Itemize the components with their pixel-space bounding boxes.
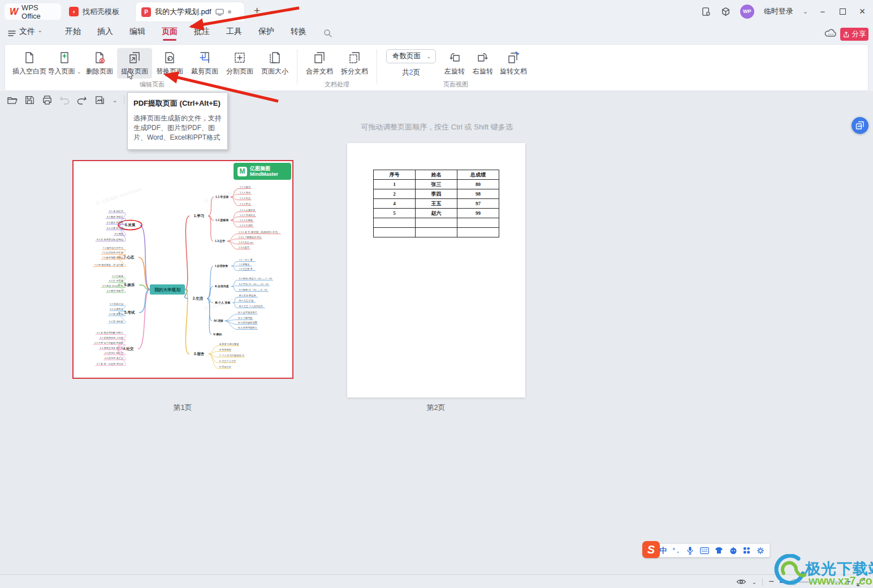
maximize-button[interactable] [837, 7, 848, 16]
page-filter-select[interactable]: 奇数页面 ⌄ [386, 49, 436, 63]
ribbon-divider [377, 49, 377, 84]
tab-docer-label: 找稻壳模板 [83, 7, 119, 17]
group-label-edit-pages: 编辑页面 [140, 80, 165, 89]
ime-bot-icon[interactable] [729, 547, 737, 555]
group-label-page-view: 页面视图 [443, 80, 468, 89]
wps-home-tab[interactable]: W WPS Office [5, 3, 61, 20]
account-chevron-icon[interactable]: ⌄ [803, 8, 808, 15]
redo-icon[interactable] [76, 94, 88, 106]
svg-text:1.1.2.笔记: 1.1.2.笔记 [240, 191, 251, 194]
svg-text:4.2.反映值得他 人信息: 4.2.反映值得他 人信息 [100, 336, 123, 340]
ribbon-group-doc-processing: 合并文档 拆分文档 文档处理 [302, 48, 372, 90]
page-size-button[interactable]: 页面大小 [257, 48, 292, 79]
cloud-more-icon[interactable] [824, 28, 838, 38]
import-pages-button[interactable]: 导入页面 ⌄ [47, 48, 82, 79]
quickbar-chevron-icon[interactable]: ⌄ [111, 94, 119, 106]
svg-text:Ⅳ.理财: Ⅳ.理财 [214, 319, 223, 323]
search-icon[interactable] [323, 29, 332, 38]
view-mode-chevron-icon[interactable]: ⌄ [752, 579, 757, 585]
extract-pages-tooltip: PDF提取页面 (Ctrl+Alt+E) 选择页面生成新的文件，支持生成PDF、… [127, 92, 228, 150]
ime-settings-icon[interactable] [757, 547, 764, 555]
table-cell: 2 [374, 189, 416, 199]
file-chevron-icon[interactable]: ⌄ [37, 27, 42, 34]
table-cell: 张三 [416, 180, 457, 189]
view-mode-eye-icon[interactable] [736, 578, 746, 586]
minimize-button[interactable]: − [818, 7, 828, 16]
undo-icon[interactable] [58, 94, 71, 106]
svg-text:1.3.自学: 1.3.自学 [215, 239, 225, 243]
table-cell [457, 228, 499, 237]
rotate-right-button[interactable]: 右旋转 [469, 48, 497, 79]
menu-file[interactable]: 文件 [19, 27, 35, 37]
page-to-image-icon [855, 121, 865, 130]
crop-pages-button[interactable]: 裁剪页面 [187, 48, 222, 79]
svg-text:1.3.4.练字: 1.3.4.练字 [239, 246, 250, 249]
table-header-cell: 总成绩 [457, 170, 499, 180]
hamburger-icon[interactable] [8, 30, 16, 37]
account-avatar[interactable]: WP [740, 5, 754, 19]
pdf-file-icon: P [141, 7, 151, 17]
ime-mode-icon[interactable]: 中 [659, 546, 667, 556]
rotate-left-icon [448, 51, 461, 64]
open-file-icon[interactable] [6, 94, 18, 106]
mindmaster-logo: M 亿图脑图MindMaster [234, 163, 291, 180]
mobile-view-icon[interactable] [702, 7, 711, 16]
split-page-icon [233, 51, 247, 64]
menu-edit[interactable]: 编辑 [129, 27, 145, 37]
split-pages-button[interactable]: 分割页面 [222, 48, 257, 79]
ime-punct-icon[interactable]: °， [673, 547, 681, 555]
merge-docs-button[interactable]: 合并文档 [302, 48, 337, 79]
replace-pages-button[interactable]: 替换页面 [152, 48, 187, 79]
export-image-icon[interactable] [93, 94, 106, 106]
statusbar: ⌄ − + [0, 574, 873, 588]
rotate-left-button[interactable]: 左旋转 [440, 48, 469, 79]
ime-skin-icon[interactable] [715, 547, 723, 554]
close-button[interactable]: × [857, 6, 867, 18]
menu-tools[interactable]: 工具 [226, 27, 242, 37]
isometric-box-icon[interactable] [721, 7, 731, 16]
svg-text:Ⅱ.2.午休 13：00——14：00: Ⅱ.2.午休 13：00——14：00 [239, 283, 269, 286]
ime-mic-icon[interactable] [686, 546, 694, 555]
table-row [374, 218, 499, 228]
split-docs-button[interactable]: 拆分文档 [337, 48, 372, 79]
tab-active-document[interactable]: P 我的大学规划.pdf [136, 2, 244, 21]
ime-apps-grid-icon[interactable] [743, 547, 750, 554]
page1-thumbnail[interactable]: Ⓜ 亿图脑图 MindMasterⓂ 亿图脑图 MindMasterⓂ 亿图脑图… [72, 160, 293, 379]
new-tab-button[interactable]: + [254, 5, 260, 17]
extract-pages-button[interactable]: 提取页面 [117, 48, 152, 79]
svg-text:Ⅳ.4.培养理财能力: Ⅳ.4.培养理财能力 [238, 326, 257, 329]
svg-text:Ⅴ.兼职: Ⅴ.兼职 [213, 332, 222, 336]
table-cell: 李四 [416, 189, 457, 199]
svg-text:4.1.具 有自我判断 的能力: 4.1.具 有自我判断 的能力 [97, 331, 123, 334]
svg-text:8.5.驾照: 8.5.驾照 [115, 232, 123, 236]
tab-list-chevron-icon[interactable]: ⌄ [269, 7, 274, 14]
export-image-float-button[interactable] [852, 117, 868, 134]
menu-insert[interactable]: 插入 [97, 27, 113, 37]
menu-comment[interactable]: 批注 [194, 27, 210, 37]
svg-text:B.宿舍规则: B.宿舍规则 [219, 348, 231, 351]
svg-text:8.1.考 得证书: 8.1.考 得证书 [109, 210, 123, 213]
sogou-logo-icon[interactable]: S [642, 541, 660, 558]
monitor-icon[interactable] [215, 8, 224, 16]
save-icon[interactable] [23, 94, 36, 106]
menu-protect[interactable]: 保护 [258, 27, 274, 37]
print-icon[interactable] [41, 94, 53, 106]
page-filter-value: 奇数页面 [392, 51, 421, 61]
tab-document-title: 我的大学规划.pdf [155, 7, 211, 17]
table-cell: 98 [457, 189, 499, 199]
table-row: 2李四98 [374, 189, 499, 199]
wps-home-label: WPS Office [21, 3, 56, 20]
delete-pages-button[interactable]: 删除页面 [82, 48, 117, 79]
share-button[interactable]: 分享 [840, 28, 868, 41]
account-name[interactable]: 临时登录 [764, 6, 793, 16]
page2-thumbnail[interactable]: 序号姓名总成绩1张三802李四984王五975赵六99 [347, 143, 525, 397]
ime-keyboard-icon[interactable] [700, 547, 709, 554]
unsaved-dot-icon [228, 10, 231, 14]
insert-blank-page-button[interactable]: 插入空白页 [12, 48, 47, 79]
tab-docer-template[interactable]: ◖ 找稻壳模板 [63, 3, 131, 20]
menu-convert[interactable]: 转换 [291, 27, 306, 37]
rotate-document-button[interactable]: 旋转文档 [497, 48, 530, 79]
menu-pages[interactable]: 页面 [162, 27, 178, 37]
svg-text:7.2.认识自他 的不足: 7.2.认识自他 的不足 [102, 251, 123, 254]
menu-home[interactable]: 开始 [65, 27, 81, 37]
